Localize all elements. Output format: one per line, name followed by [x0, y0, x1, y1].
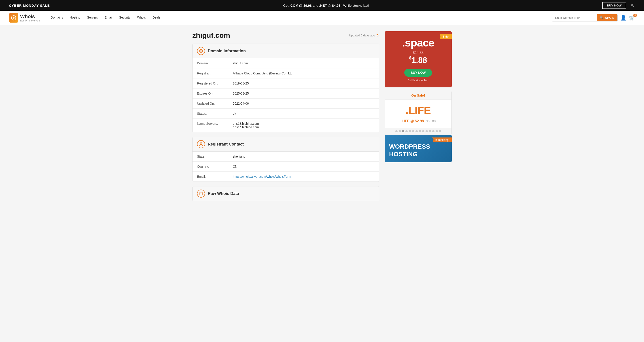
- domain-info-title: Domain Information: [208, 49, 246, 54]
- value-domain: zhiguf.com: [228, 58, 379, 68]
- ad-space-currency: $: [409, 56, 412, 60]
- ad-life-header: On Sale!: [385, 91, 452, 100]
- label-expires-on: Expires On:: [192, 88, 228, 98]
- label-updated-on: Updated On:: [192, 98, 228, 109]
- dot[interactable]: [416, 130, 418, 132]
- dot[interactable]: [395, 130, 398, 132]
- sale-badge: Sale: [440, 34, 452, 39]
- ad-life-body: .LIFE .LIFE @ $2.98 $35.88: [385, 100, 452, 128]
- domain-info-header: Domain Information: [192, 44, 379, 58]
- cart-icon[interactable]: 🛒 0: [629, 15, 635, 21]
- domain-info-card: Domain Information Domain: zhiguf.com Re…: [192, 44, 379, 132]
- ad-space-note: *while stocks last: [389, 79, 447, 82]
- banner-right: BUY NOW ⦻: [602, 2, 635, 9]
- ad-wp-card: Introducing WORDPRESSHOSTING: [384, 135, 452, 162]
- table-row: Country: CN: [192, 162, 379, 172]
- dot[interactable]: [406, 130, 408, 132]
- registrant-title: Registrant Contact: [208, 142, 244, 147]
- table-row: Registered On: 2019-08-25: [192, 78, 379, 88]
- header: Whois Identity for everyone Domains Host…: [0, 11, 644, 25]
- promo-text: Get .COM @ $9.98 and .NET @ $4.98 ! Whil…: [50, 4, 602, 8]
- nav-whois[interactable]: Whois: [134, 11, 149, 25]
- search-btn-label: WHOIS: [604, 16, 614, 20]
- updated-text: Updated 6 days ago ↻: [349, 33, 379, 38]
- raw-whois-header: Raw Whois Data: [192, 186, 379, 201]
- nav-email[interactable]: Email: [102, 11, 116, 25]
- search-input[interactable]: [552, 14, 597, 21]
- label-state: State:: [192, 152, 228, 162]
- cart-badge: 0: [633, 14, 637, 17]
- nav-domains[interactable]: Domains: [48, 11, 66, 25]
- introducing-badge: Introducing: [432, 138, 452, 142]
- label-registrar: Registrar:: [192, 68, 228, 78]
- promo-com: .COM @ $9.98: [290, 4, 312, 8]
- ad-life-tld: .LIFE: [389, 104, 447, 116]
- search-button[interactable]: 🔍 WHOIS: [597, 14, 618, 21]
- label-status: Status:: [192, 109, 228, 119]
- svg-point-4: [200, 142, 202, 144]
- domain-title-row: zhiguf.com Updated 6 days ago ↻: [192, 31, 379, 40]
- ad-life-old-price: $35.88: [426, 119, 436, 123]
- table-row: Registrar: Alibaba Cloud Computing (Beij…: [192, 68, 379, 78]
- main-nav: Domains Hosting Servers Email Security W…: [48, 11, 552, 25]
- logo[interactable]: Whois Identity for everyone: [9, 13, 40, 22]
- dot[interactable]: [429, 130, 431, 132]
- value-registered-on: 2019-08-25: [228, 78, 379, 88]
- carousel-dots: [385, 128, 452, 134]
- main-content: zhiguf.com Updated 6 days ago ↻ Domain I…: [188, 31, 456, 206]
- top-banner: CYBER MONDAY SALE Get .COM @ $9.98 and .…: [0, 0, 644, 11]
- close-icon[interactable]: ⦻: [630, 3, 635, 8]
- dot[interactable]: [426, 130, 428, 132]
- raw-whois-icon: [197, 190, 205, 198]
- nav-hosting[interactable]: Hosting: [67, 11, 84, 25]
- logo-icon: [9, 13, 18, 22]
- registrant-icon: [197, 140, 205, 148]
- value-updated-on: 2022-04-06: [228, 98, 379, 109]
- table-row: State: zhe jiang: [192, 152, 379, 162]
- right-panel: Sale .space $24.88 $1.88 BUY NOW *while …: [384, 31, 452, 162]
- promo-and: and: [312, 4, 319, 8]
- dot[interactable]: [419, 130, 421, 132]
- label-email: Email:: [192, 172, 228, 182]
- dot[interactable]: [436, 130, 438, 132]
- table-row: Domain: zhiguf.com: [192, 58, 379, 68]
- ad-life-price-row: .LIFE @ $2.98 $35.88: [389, 119, 447, 123]
- value-name-servers: dns13.hichina.comdns14.hichina.com: [228, 119, 379, 132]
- label-country: Country:: [192, 162, 228, 172]
- domain-icon: [197, 47, 205, 55]
- sale-label: CYBER MONDAY SALE: [9, 4, 50, 8]
- wp-hosting-text: WORDPRESSHOSTING: [389, 143, 447, 158]
- refresh-icon[interactable]: ↻: [376, 33, 379, 38]
- dot-active[interactable]: [402, 130, 404, 132]
- value-status: ok: [228, 109, 379, 119]
- dot[interactable]: [412, 130, 414, 132]
- nav-servers[interactable]: Servers: [84, 11, 101, 25]
- table-row: Status: ok: [192, 109, 379, 119]
- dot[interactable]: [422, 130, 424, 132]
- dot[interactable]: [432, 130, 434, 132]
- logo-text: Whois: [20, 14, 35, 19]
- dot[interactable]: [439, 130, 441, 132]
- banner-buy-now-button[interactable]: BUY NOW: [602, 2, 626, 9]
- nav-security[interactable]: Security: [116, 11, 134, 25]
- value-state: zhe jiang: [228, 152, 379, 162]
- table-row: Email: https://whois.aliyun.com/whois/wh…: [192, 172, 379, 182]
- ad-space-buy-button[interactable]: BUY NOW: [404, 68, 432, 77]
- ad-space-tld: .space: [389, 37, 447, 49]
- user-icon[interactable]: 👤: [620, 15, 626, 21]
- header-right: 🔍 WHOIS 👤 🛒 0: [552, 14, 635, 22]
- value-expires-on: 2025-08-25: [228, 88, 379, 98]
- label-domain: Domain:: [192, 58, 228, 68]
- ad-life-price: .LIFE @ $2.98: [401, 119, 424, 123]
- value-email: https://whois.aliyun.com/whois/whoisForm: [228, 172, 379, 182]
- dot[interactable]: [409, 130, 411, 132]
- promo-suffix: ! While stocks last!: [341, 4, 369, 8]
- nav-deals[interactable]: Deals: [149, 11, 164, 25]
- left-panel: zhiguf.com Updated 6 days ago ↻ Domain I…: [192, 31, 379, 206]
- table-row: Name Servers: dns13.hichina.comdns14.hic…: [192, 119, 379, 132]
- raw-whois-card: Raw Whois Data: [192, 186, 379, 201]
- raw-whois-title: Raw Whois Data: [208, 191, 239, 196]
- dot[interactable]: [399, 130, 401, 132]
- logo-subtitle: Identity for everyone: [20, 20, 40, 22]
- ad-space-card: Sale .space $24.88 $1.88 BUY NOW *while …: [384, 31, 452, 88]
